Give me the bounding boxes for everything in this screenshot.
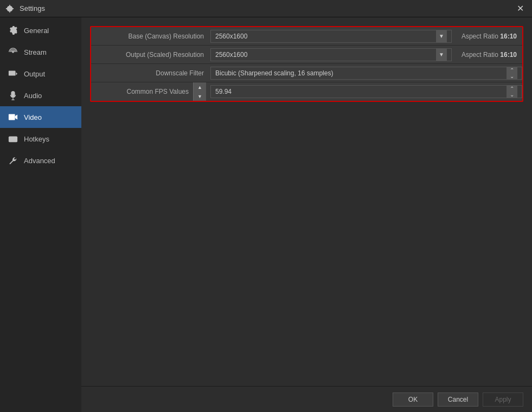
sidebar-label-stream: Stream	[24, 48, 47, 56]
base-aspect-ratio: Aspect Ratio 16:10	[452, 33, 522, 40]
fps-label-group: Common FPS Values ▲ ▼	[91, 82, 210, 101]
close-button[interactable]: ✕	[512, 1, 528, 16]
fps-label-spinner[interactable]: ▲ ▼	[193, 82, 206, 101]
fps-control: 59.94 ⌃⌄	[210, 85, 522, 98]
apply-button[interactable]: Apply	[483, 392, 523, 407]
sidebar-label-audio: Audio	[24, 92, 42, 100]
output-aspect-ratio: Aspect Ratio 16:10	[452, 51, 522, 59]
svg-rect-6	[11, 137, 12, 138]
base-resolution-control: 2560x1600 ▼ Aspect Ratio 16:10	[210, 30, 522, 43]
title-bar-left: Settings	[4, 3, 45, 14]
window-title: Settings	[20, 4, 45, 12]
sidebar-item-audio[interactable]: Audio	[0, 85, 81, 106]
svg-rect-2	[9, 71, 16, 76]
fps-value: 59.94	[215, 88, 507, 95]
sidebar-label-hotkeys: Hotkeys	[24, 135, 49, 143]
fps-label-spinner-down[interactable]: ▼	[193, 92, 206, 101]
output-resolution-arrow[interactable]: ▼	[436, 48, 447, 61]
sidebar-label-output: Output	[24, 70, 45, 78]
base-resolution-value: 2560x1600	[215, 33, 436, 40]
gear-icon	[8, 25, 18, 36]
output-resolution-row: Output (Scaled) Resolution 2560x1600 ▼ A…	[91, 46, 522, 64]
svg-rect-12	[15, 139, 16, 140]
sidebar-item-advanced[interactable]: Advanced	[0, 150, 81, 171]
audio-icon	[8, 90, 18, 101]
downscale-filter-arrow[interactable]: ⌃⌄	[507, 67, 517, 80]
bottom-bar: OK Cancel Apply	[81, 386, 532, 412]
svg-rect-13	[11, 141, 16, 142]
fps-label: Common FPS Values	[127, 88, 191, 95]
keyboard-icon	[8, 133, 18, 144]
video-settings-panel: Base (Canvas) Resolution 2560x1600 ▼ Asp…	[90, 26, 523, 102]
svg-rect-11	[13, 139, 14, 140]
wrench-icon	[8, 155, 18, 166]
sidebar-item-hotkeys[interactable]: Hotkeys	[0, 128, 81, 150]
sidebar-label-general: General	[24, 27, 49, 35]
svg-rect-7	[13, 137, 14, 138]
content-area: Base (Canvas) Resolution 2560x1600 ▼ Asp…	[81, 17, 532, 412]
fps-dropdown[interactable]: 59.94 ⌃⌄	[210, 85, 522, 98]
sidebar: General Stream Output	[0, 17, 81, 412]
svg-rect-3	[9, 114, 15, 120]
svg-rect-8	[15, 137, 16, 138]
base-resolution-row: Base (Canvas) Resolution 2560x1600 ▼ Asp…	[91, 27, 522, 46]
svg-rect-5	[10, 137, 11, 138]
output-resolution-control: 2560x1600 ▼ Aspect Ratio 16:10	[210, 48, 522, 61]
sidebar-label-advanced: Advanced	[24, 157, 55, 165]
title-bar: Settings ✕	[0, 0, 532, 17]
cancel-button[interactable]: Cancel	[438, 392, 478, 407]
app-icon	[4, 3, 15, 14]
base-resolution-dropdown[interactable]: 2560x1600 ▼	[210, 30, 452, 43]
fps-label-spinner-up[interactable]: ▲	[193, 82, 206, 92]
downscale-filter-row: Downscale Filter Bicubic (Sharpened scal…	[91, 64, 522, 82]
output-icon	[8, 68, 18, 79]
sidebar-item-output[interactable]: Output	[0, 63, 81, 85]
output-resolution-dropdown[interactable]: 2560x1600 ▼	[210, 48, 452, 61]
downscale-filter-label: Downscale Filter	[91, 69, 210, 77]
stream-icon	[8, 47, 18, 57]
svg-point-1	[12, 51, 14, 53]
svg-rect-10	[11, 139, 12, 140]
output-resolution-label: Output (Scaled) Resolution	[91, 51, 210, 59]
fps-arrow[interactable]: ⌃⌄	[507, 85, 517, 98]
downscale-filter-control: Bicubic (Sharpened scaling, 16 samples) …	[210, 67, 522, 80]
sidebar-item-stream[interactable]: Stream	[0, 41, 81, 63]
base-resolution-label: Base (Canvas) Resolution	[91, 33, 210, 40]
video-icon	[8, 112, 18, 123]
downscale-filter-value: Bicubic (Sharpened scaling, 16 samples)	[215, 69, 507, 77]
sidebar-item-general[interactable]: General	[0, 20, 81, 41]
sidebar-label-video: Video	[24, 113, 42, 121]
main-layout: General Stream Output	[0, 17, 532, 412]
fps-row: Common FPS Values ▲ ▼ 59.94 ⌃⌄	[91, 82, 522, 101]
svg-rect-9	[10, 139, 11, 140]
sidebar-item-video[interactable]: Video	[0, 106, 81, 128]
base-resolution-arrow[interactable]: ▼	[436, 30, 447, 43]
ok-button[interactable]: OK	[393, 392, 433, 407]
downscale-filter-dropdown[interactable]: Bicubic (Sharpened scaling, 16 samples) …	[210, 67, 522, 80]
output-resolution-value: 2560x1600	[215, 51, 436, 59]
